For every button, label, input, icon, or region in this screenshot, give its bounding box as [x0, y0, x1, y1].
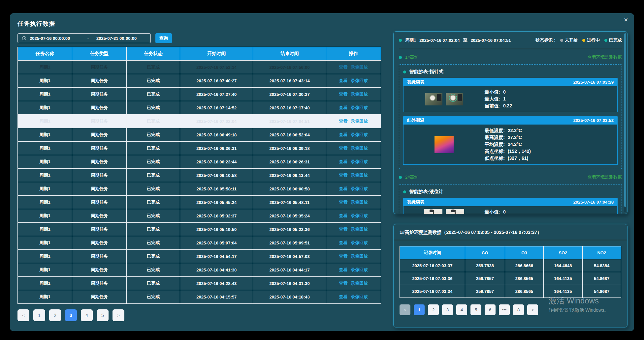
cell-name: 周期1 [18, 223, 72, 236]
view-link[interactable]: 查看 [339, 281, 347, 286]
playback-link[interactable]: 录像回放 [351, 267, 368, 272]
next-page-button[interactable]: > [527, 304, 538, 315]
table-row[interactable]: 周期1周期任务已完成2025-07-16 06:10:582025-07-16 … [18, 169, 381, 182]
view-link[interactable]: 查看 [339, 213, 347, 218]
prev-page-button[interactable]: < [17, 309, 29, 321]
view-link[interactable]: 查看 [339, 240, 347, 245]
table-row[interactable]: 周期1周期任务已完成2025-07-16 07:53:142025-07-16 … [18, 61, 381, 74]
view-link[interactable]: 查看 [339, 173, 347, 178]
table-row[interactable]: 周期1周期任务已完成2025-07-16 04:15:572025-07-16 … [18, 290, 381, 304]
playback-link[interactable]: 录像回放 [351, 105, 368, 110]
playback-link[interactable]: 录像回放 [351, 254, 368, 259]
table-row[interactable]: 周期1周期任务已完成2025-07-16 07:02:042025-07-16 … [18, 115, 381, 128]
table-row[interactable]: 周期1周期任务已完成2025-07-16 05:45:242025-07-16 … [18, 196, 381, 209]
playback-link[interactable]: 录像回放 [351, 119, 368, 124]
table-row[interactable]: 周期1周期任务已完成2025-07-16 04:54:172025-07-16 … [18, 250, 381, 263]
playback-link[interactable]: 录像回放 [351, 92, 368, 97]
group-name: 智能抄表-指针式 [409, 69, 443, 75]
table-row[interactable]: 周期1周期任务已完成2025-07-16 07:14:522025-07-16 … [18, 101, 381, 115]
env-data-link[interactable]: 查看环境监测数据 [588, 174, 622, 180]
playback-link[interactable]: 录像回放 [351, 159, 368, 164]
view-link[interactable]: 查看 [339, 227, 347, 232]
view-link[interactable]: 查看 [339, 186, 347, 191]
close-icon[interactable]: ✕ [624, 17, 628, 23]
level-thumbnail[interactable] [424, 209, 442, 214]
page-button[interactable]: 4 [81, 309, 93, 321]
table-row[interactable]: 周期1周期任务已完成2025-07-16 05:07:042025-07-16 … [18, 236, 381, 250]
cell-start: 2025-07-16 06:49:18 [180, 128, 253, 142]
thermal-thumbnail[interactable] [435, 136, 454, 153]
view-link[interactable]: 查看 [339, 92, 347, 97]
page-button[interactable]: 1 [33, 309, 45, 321]
cell-type: 周期任务 [72, 61, 127, 74]
cell-actions: 查看录像回放 [326, 142, 381, 155]
table-row[interactable]: 周期1周期任务已完成2025-07-16 05:19:502025-07-16 … [18, 223, 381, 236]
page-button[interactable]: 2 [49, 309, 61, 321]
end-date-value[interactable]: 2025-07-31 00:00:00 [96, 36, 146, 41]
playback-link[interactable]: 录像回放 [351, 294, 368, 299]
view-link[interactable]: 查看 [339, 65, 347, 70]
page-button[interactable]: 5 [470, 304, 481, 315]
view-link[interactable]: 查看 [339, 294, 347, 299]
playback-link[interactable]: 录像回放 [351, 200, 368, 205]
detail-start-time: 2025-07-16 07:02:04 [419, 38, 460, 43]
page-button[interactable]: 5 [97, 309, 109, 321]
playback-link[interactable]: 录像回放 [351, 132, 368, 137]
view-link[interactable]: 查看 [339, 159, 347, 164]
view-link[interactable]: 查看 [339, 78, 347, 83]
playback-link[interactable]: 录像回放 [351, 240, 368, 245]
table-row[interactable]: 周期1周期任务已完成2025-07-16 07:27:402025-07-16 … [18, 88, 381, 101]
metric-label: 最小值: [485, 209, 500, 214]
table-row[interactable]: 周期1周期任务已完成2025-07-16 06:49:182025-07-16 … [18, 128, 381, 142]
level-thumbnail-detected[interactable] [446, 209, 464, 214]
page-button[interactable]: 6 [485, 304, 496, 315]
view-link[interactable]: 查看 [339, 105, 347, 110]
view-link[interactable]: 查看 [339, 119, 347, 124]
metric-value: 0 [503, 89, 506, 96]
detail-scrollbar[interactable] [624, 33, 626, 212]
table-row[interactable]: 周期1周期任务已完成2025-07-16 07:40:272025-07-16 … [18, 74, 381, 88]
playback-link[interactable]: 录像回放 [351, 213, 368, 218]
legend-dot [560, 39, 563, 42]
view-link[interactable]: 查看 [339, 132, 347, 137]
column-header: 任务状态 [127, 47, 180, 61]
table-row[interactable]: 周期1周期任务已完成2025-07-16 04:41:302025-07-16 … [18, 263, 381, 277]
page-button[interactable]: 1 [414, 304, 425, 315]
table-row[interactable]: 周期1周期任务已完成2025-07-16 06:36:312025-07-16 … [18, 142, 381, 155]
gauge-thumbnail-detected[interactable] [446, 93, 463, 105]
table-row[interactable]: 周期1周期任务已完成2025-07-16 05:58:112025-07-16 … [18, 182, 381, 196]
page-button[interactable]: 8 [513, 304, 524, 315]
playback-link[interactable]: 录像回放 [351, 146, 368, 151]
page-button[interactable]: 4 [456, 304, 467, 315]
table-row[interactable]: 周期1周期任务已完成2025-07-16 06:23:442025-07-16 … [18, 155, 381, 169]
playback-link[interactable]: 录像回放 [351, 281, 368, 286]
page-button[interactable]: 2 [428, 304, 439, 315]
env-data-link[interactable]: 查看环境监测数据 [588, 54, 622, 60]
page-button[interactable]: 3 [65, 309, 77, 321]
start-date-value[interactable]: 2025-07-16 00:00:00 [30, 36, 80, 41]
playback-link[interactable]: 录像回放 [351, 227, 368, 232]
cell-actions: 查看录像回放 [326, 169, 381, 182]
playback-link[interactable]: 录像回放 [351, 65, 368, 70]
table-row[interactable]: 周期1周期任务已完成2025-07-16 04:28:432025-07-16 … [18, 277, 381, 290]
query-button[interactable]: 查询 [155, 33, 172, 43]
view-link[interactable]: 查看 [339, 146, 347, 151]
ellipsis-button[interactable]: ••• [499, 304, 510, 315]
gauge-thumbnail[interactable] [425, 93, 442, 105]
playback-link[interactable]: 录像回放 [351, 186, 368, 191]
table-row[interactable]: 周期1周期任务已完成2025-07-16 05:32:372025-07-16 … [18, 209, 381, 223]
view-link[interactable]: 查看 [339, 267, 347, 272]
view-link[interactable]: 查看 [339, 254, 347, 259]
next-page-button[interactable]: > [113, 309, 124, 321]
playback-link[interactable]: 录像回放 [351, 173, 368, 178]
scrollbar-thumb[interactable] [624, 33, 626, 207]
playback-link[interactable]: 录像回放 [351, 78, 368, 83]
date-range-picker[interactable]: 2025-07-16 00:00:00 - 2025-07-31 00:00:0… [17, 33, 151, 43]
view-link[interactable]: 查看 [339, 200, 347, 205]
env-table-row: 2025-07-16 07:03:36259.7857286.8565164.4… [400, 272, 621, 285]
cell-end: 2025-07-16 06:39:18 [253, 142, 326, 155]
cell-name: 周期1 [18, 142, 72, 155]
cell-end: 2025-07-16 05:09:51 [253, 236, 326, 250]
cell-type: 周期任务 [72, 128, 127, 142]
page-button[interactable]: 3 [442, 304, 453, 315]
